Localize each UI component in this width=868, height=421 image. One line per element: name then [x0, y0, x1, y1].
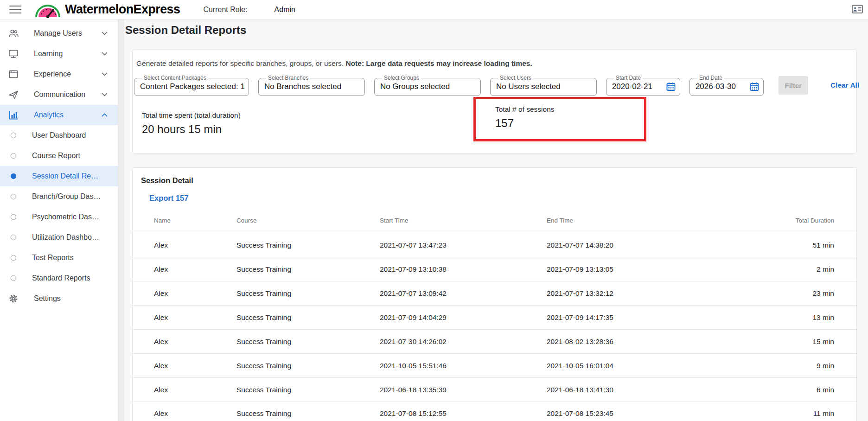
cell-course: Success Training: [236, 289, 380, 298]
sidebar-item-label: Experience: [34, 70, 71, 78]
cell-start-time: 2021-10-05 15:51:46: [380, 362, 547, 370]
sidebar: Manage Users Learning: [0, 19, 118, 421]
total-sessions-label: Total # of sessions: [495, 105, 644, 114]
main-content: Session Detail Reports Generate detailed…: [124, 19, 868, 421]
cell-course: Success Training: [236, 386, 380, 394]
current-role: Current Role: Admin: [203, 6, 295, 14]
calendar-icon[interactable]: [666, 82, 676, 92]
description-text: Generate detailed reports for specific b…: [136, 59, 345, 67]
sidebar-item-test-reports[interactable]: Test Reports: [0, 248, 118, 268]
select-groups-field[interactable]: Select Groups No Groups selected: [374, 75, 481, 96]
sidebar-item-psychometric-dashboard[interactable]: Psychometric Dashboard: [0, 207, 118, 227]
cell-start-time: 2021-07-09 13:10:38: [380, 265, 547, 274]
sidebar-item-course-report[interactable]: Course Report: [0, 146, 118, 166]
sidebar-item-standard-reports[interactable]: Standard Reports: [0, 268, 118, 288]
field-label: End Date: [697, 75, 724, 81]
end-date-field[interactable]: End Date 2026-03-30: [689, 75, 764, 96]
table-row: Alex Success Training 2021-07-09 14:04:2…: [133, 305, 856, 329]
clear-all-link[interactable]: Clear All: [830, 81, 859, 89]
select-content-packages-field[interactable]: Select Content Packages Content Packages…: [134, 75, 249, 96]
cell-name: Alex: [154, 409, 236, 418]
field-value: No Branches selected: [264, 81, 361, 92]
field-value: No Users selected: [496, 81, 593, 92]
cell-start-time: 2021-07-07 13:09:42: [380, 289, 547, 298]
cell-total-duration: 9 min: [765, 362, 834, 370]
watermelon-logo-icon: [34, 1, 61, 18]
cell-name: Alex: [154, 362, 236, 370]
cell-name: Alex: [154, 338, 236, 346]
radio-circle-icon: [11, 214, 16, 220]
report-description: Generate detailed reports for specific b…: [136, 57, 856, 70]
sidebar-item-settings[interactable]: Settings: [0, 288, 118, 309]
cell-end-time: 2021-06-18 13:41:30: [547, 386, 765, 394]
field-value: Content Packages selected: 1: [140, 81, 245, 92]
sidebar-item-manage-users[interactable]: Manage Users: [0, 23, 118, 44]
cell-name: Alex: [154, 265, 236, 274]
sidebar-item-learning[interactable]: Learning: [0, 44, 118, 64]
session-detail-card: Session Detail Export 157 Name Course St…: [132, 167, 857, 421]
brand: WatermelonExpress: [34, 1, 180, 18]
total-sessions-stat: Total # of sessions 157: [476, 99, 644, 129]
table-row: Alex Success Training 2021-07-08 15:12:5…: [133, 402, 856, 421]
chevron-down-icon: [102, 93, 108, 96]
filter-row: Select Content Packages Content Packages…: [134, 75, 856, 96]
sidebar-item-analytics[interactable]: Analytics: [0, 105, 118, 125]
table-row: Alex Success Training 2021-07-09 13:10:3…: [133, 257, 856, 281]
current-role-label: Current Role:: [203, 6, 247, 14]
cell-end-time: 2021-07-07 13:32:12: [547, 289, 765, 298]
start-date-field[interactable]: Start Date 2020-02-21: [606, 75, 680, 96]
column-header-total-duration: Total Duration: [765, 217, 834, 224]
sidebar-item-label: Standard Reports: [32, 274, 90, 282]
sidebar-item-experience[interactable]: Experience: [0, 64, 118, 84]
chevron-up-icon: [102, 113, 108, 117]
description-note: Note: Large data requests may increase l…: [345, 59, 532, 67]
column-header-end-time: End Time: [547, 217, 765, 224]
sidebar-item-label: Session Detail Reports: [32, 172, 102, 180]
cell-start-time: 2021-06-18 13:35:39: [380, 386, 547, 394]
window-icon: [7, 69, 19, 80]
stats-row: Total time spent (total duration) 20 hou…: [133, 104, 856, 147]
cell-name: Alex: [154, 386, 236, 394]
table-header: Name Course Start Time End Time Total Du…: [133, 208, 856, 233]
chevron-down-icon: [102, 52, 108, 56]
cell-start-time: 2021-07-30 14:26:02: [380, 338, 547, 346]
cell-course: Success Training: [236, 241, 380, 249]
sidebar-item-label: Course Report: [32, 152, 80, 160]
sidebar-item-label: User Dashboard: [32, 131, 86, 140]
calendar-icon[interactable]: [749, 82, 760, 92]
chevron-down-icon: [102, 72, 108, 76]
users-icon: [7, 28, 19, 39]
radio-circle-icon: [11, 194, 16, 199]
column-header-name: Name: [154, 217, 236, 224]
account-card-icon[interactable]: [851, 4, 863, 15]
cell-course: Success Training: [236, 409, 380, 418]
cell-end-time: 2021-07-07 14:38:20: [547, 241, 765, 249]
menu-icon[interactable]: [9, 6, 21, 14]
sidebar-item-user-dashboard[interactable]: User Dashboard: [0, 125, 118, 146]
table-row: Alex Success Training 2021-07-07 13:47:2…: [133, 233, 856, 257]
select-users-field[interactable]: Select Users No Users selected: [490, 75, 597, 96]
column-header-start-time: Start Time: [380, 217, 547, 224]
cell-course: Success Training: [236, 313, 380, 322]
cell-end-time: 2021-07-08 15:23:45: [547, 409, 765, 418]
current-role-value: Admin: [274, 6, 295, 14]
gear-icon: [7, 293, 19, 304]
sidebar-item-branch-group-dashboard[interactable]: Branch/Group Dashboa...: [0, 186, 118, 207]
export-link[interactable]: Export 157: [149, 193, 188, 203]
cell-course: Success Training: [236, 338, 380, 346]
cell-start-time: 2021-07-07 13:47:23: [380, 241, 547, 249]
sidebar-item-label: Settings: [34, 294, 61, 303]
bar-chart-icon: [7, 109, 19, 121]
sidebar-item-label: Learning: [34, 50, 63, 58]
sidebar-item-session-detail-reports[interactable]: Session Detail Reports: [0, 166, 118, 186]
filters-card: Generate detailed reports for specific b…: [132, 50, 857, 153]
sidebar-item-utilization-dashboard[interactable]: Utilization Dashboard: [0, 227, 118, 248]
sidebar-item-communication[interactable]: Communication: [0, 84, 118, 105]
select-branches-field[interactable]: Select Branches No Branches selected: [258, 75, 365, 96]
sidebar-scrollbar[interactable]: [118, 19, 124, 421]
filter-button[interactable]: Filter: [779, 76, 808, 95]
cell-end-time: 2021-10-05 16:01:04: [547, 362, 765, 370]
total-time-value: 20 hours 15 min: [142, 123, 241, 135]
sidebar-item-label: Manage Users: [34, 29, 82, 38]
field-value: No Groups selected: [380, 81, 477, 92]
